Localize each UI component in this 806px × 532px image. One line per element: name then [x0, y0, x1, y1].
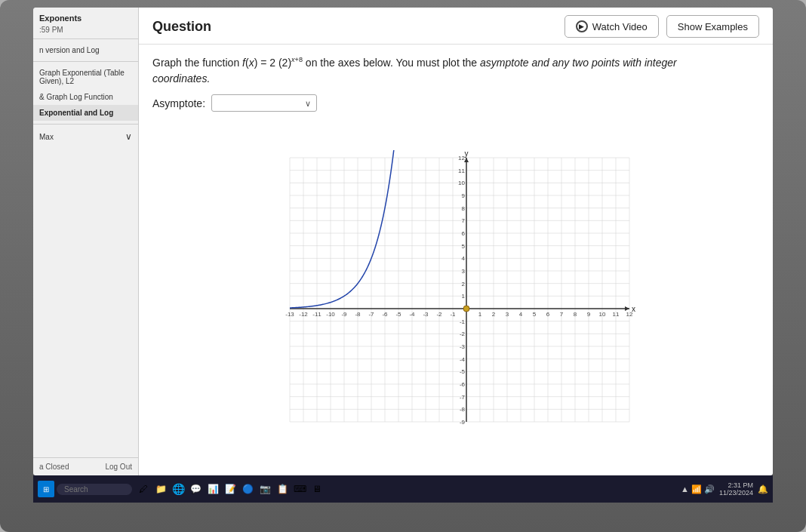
sidebar-divider-2	[33, 61, 138, 62]
graph-container	[139, 112, 773, 475]
sidebar-item-exp-log[interactable]: Exponential and Log	[33, 105, 138, 121]
sidebar-closed-label: a Closed	[39, 463, 69, 471]
network-icon[interactable]: 📶	[691, 484, 702, 494]
asymptote-label: Asymptote:	[152, 97, 205, 109]
page-title: Question	[152, 19, 211, 35]
header-bar: Question ▶ Watch Video Show Examples	[139, 8, 773, 45]
sidebar-section-title: Exponents	[33, 8, 138, 24]
taskbar-sys-icons: ▲ 📶 🔊	[681, 484, 715, 494]
taskbar-search-input[interactable]	[57, 484, 132, 495]
play-icon: ▶	[576, 20, 588, 32]
asymptote-select-wrapper[interactable]: y = 0 x = 0 y = -1	[211, 94, 317, 112]
sidebar-item-graph-log[interactable]: & Graph Log Function	[33, 89, 138, 105]
wifi-icon[interactable]: ▲	[681, 484, 689, 494]
sidebar: Exponents :59 PM n version and Log Graph…	[33, 8, 139, 475]
taskbar-icon-camera[interactable]: 📷	[257, 481, 272, 497]
taskbar-icon-folder[interactable]: 📁	[153, 481, 168, 497]
sidebar-item-max[interactable]: Max ∨	[33, 128, 138, 146]
math-formula: f(x) = 2 (2)x+8	[242, 57, 303, 69]
taskbar-icon-pen[interactable]: 🖊	[136, 481, 151, 497]
sidebar-logout-button[interactable]: Log Out	[105, 463, 132, 471]
taskbar-icon-edge[interactable]: 🌐	[171, 481, 186, 497]
sidebar-divider	[33, 38, 138, 39]
taskbar-icon-word[interactable]: 📝	[223, 481, 238, 497]
watch-video-button[interactable]: ▶ Watch Video	[565, 15, 659, 38]
main-content: Question ▶ Watch Video Show Examples Gra…	[139, 8, 773, 475]
taskbar-icon-teams[interactable]: 💬	[188, 481, 203, 497]
sidebar-nav-label: n version and Log	[33, 42, 138, 58]
taskbar-time: 2:31 PM 11/23/2024	[719, 481, 753, 497]
question-text: Graph the function f(x) = 2 (2)x+8 on th…	[152, 55, 718, 87]
coordinate-graph[interactable]	[275, 150, 637, 437]
question-area: Graph the function f(x) = 2 (2)x+8 on th…	[139, 45, 773, 87]
header-buttons: ▶ Watch Video Show Examples	[565, 15, 759, 38]
asymptote-select[interactable]: y = 0 x = 0 y = -1	[211, 94, 317, 112]
show-examples-button[interactable]: Show Examples	[666, 15, 759, 38]
sidebar-divider-3	[33, 124, 138, 125]
italic-instruction: asymptote and any two points with intege…	[152, 57, 677, 85]
sidebar-subtitle: :59 PM	[33, 24, 138, 35]
taskbar: ⊞ 🖊 📁 🌐 💬 📊 📝 🔵 📷 📋 ⌨ 🖥 ▲ 📶 🔊 2:31 PM 11…	[33, 475, 773, 503]
graph-wrapper	[275, 150, 637, 437]
taskbar-icon-onenote[interactable]: 🔵	[240, 481, 255, 497]
taskbar-icon-screen[interactable]: 🖥	[309, 481, 325, 497]
taskbar-icon-keyboard[interactable]: ⌨	[292, 481, 307, 497]
taskbar-icon-excel[interactable]: 📊	[205, 481, 220, 497]
sidebar-item-graph-exp[interactable]: Graph Exponential (Table Given), L2	[33, 65, 138, 89]
notification-icon[interactable]: 🔔	[758, 484, 768, 494]
start-button[interactable]: ⊞	[38, 481, 54, 497]
taskbar-right: ▲ 📶 🔊 2:31 PM 11/23/2024 🔔	[681, 481, 768, 497]
taskbar-icon-clipboard[interactable]: 📋	[275, 481, 290, 497]
asymptote-row: Asymptote: y = 0 x = 0 y = -1	[139, 94, 773, 112]
sidebar-expand-icon: ∨	[125, 131, 132, 142]
volume-icon[interactable]: 🔊	[704, 484, 715, 494]
sidebar-bottom: a Closed Log Out	[33, 457, 138, 475]
taskbar-icons: 🖊 📁 🌐 💬 📊 📝 🔵 📷 📋 ⌨ 🖥	[136, 481, 325, 497]
